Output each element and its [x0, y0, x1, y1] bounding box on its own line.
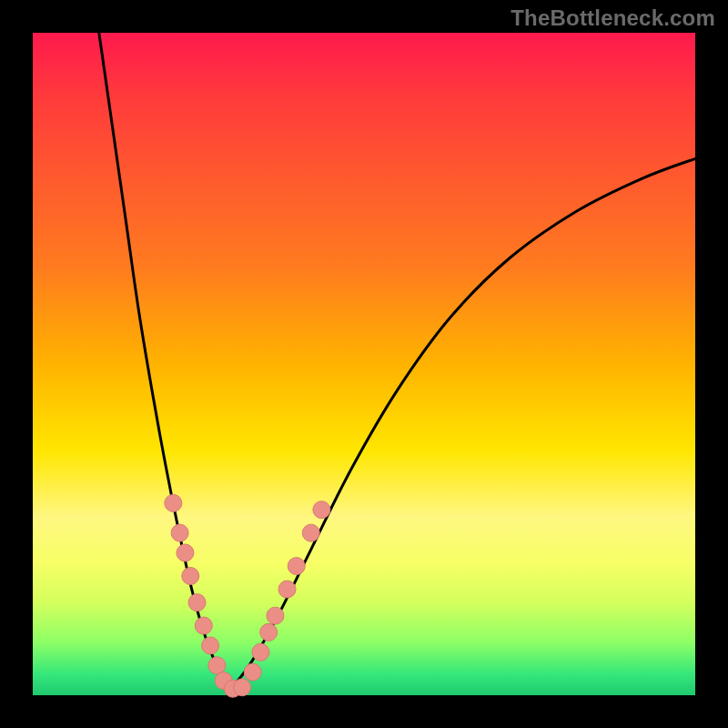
data-marker	[252, 643, 269, 661]
data-marker	[177, 544, 194, 561]
marker-layer	[165, 494, 330, 697]
chart-frame: TheBottleneck.com	[0, 0, 728, 728]
curve-right-curve	[231, 158, 695, 688]
data-marker	[244, 663, 261, 681]
data-marker	[188, 594, 206, 612]
data-marker	[260, 623, 278, 641]
data-marker	[302, 524, 319, 541]
plot-area	[33, 33, 695, 695]
data-marker	[267, 607, 284, 624]
data-marker	[171, 524, 188, 541]
data-marker	[208, 657, 226, 674]
data-marker	[288, 558, 305, 575]
curve-layer	[99, 33, 695, 689]
data-marker	[278, 581, 296, 598]
data-marker	[202, 637, 219, 654]
data-marker	[195, 617, 212, 634]
chart-svg	[33, 33, 695, 695]
watermark-text: TheBottleneck.com	[511, 5, 715, 31]
curve-left-curve	[99, 33, 232, 689]
data-marker	[165, 494, 182, 511]
data-marker	[182, 567, 199, 584]
data-marker	[234, 679, 251, 696]
data-marker	[313, 501, 330, 519]
